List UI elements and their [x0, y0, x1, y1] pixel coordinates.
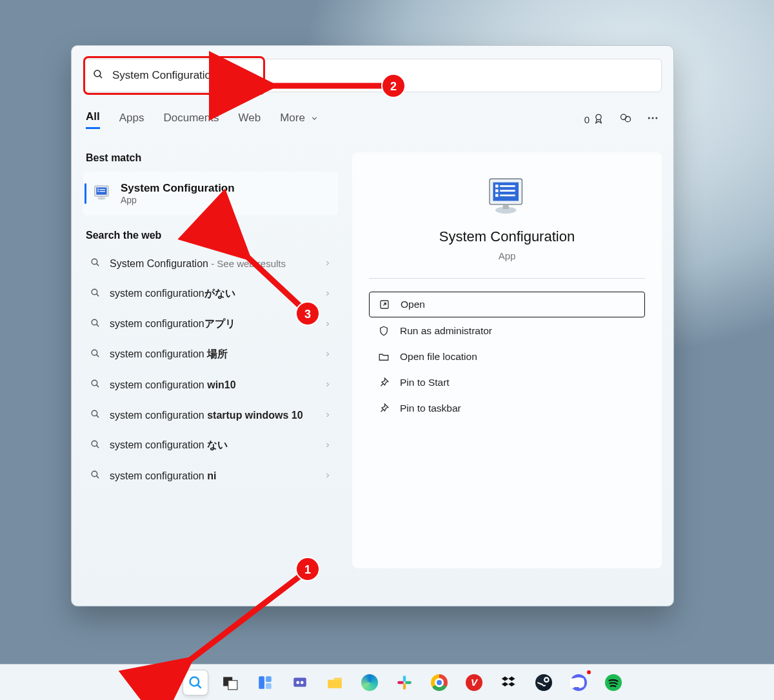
action-pin-taskbar[interactable]: Pin to taskbar: [369, 396, 645, 421]
action-run-admin[interactable]: Run as administrator: [369, 319, 645, 343]
pin-icon: [378, 403, 390, 414]
taskbar-explorer[interactable]: [322, 670, 347, 695]
action-file-location[interactable]: Open file location: [369, 345, 645, 369]
taskbar-slack[interactable]: [392, 670, 417, 695]
medal-icon: [592, 112, 605, 127]
svg-rect-10: [97, 188, 99, 190]
search-icon: [90, 287, 101, 301]
action-pin-taskbar-label: Pin to taskbar: [400, 403, 461, 414]
svg-rect-45: [161, 683, 168, 690]
taskbar-steam[interactable]: [531, 670, 556, 695]
chevron-right-icon: [324, 470, 332, 482]
svg-line-18: [97, 294, 99, 297]
taskbar: V: [0, 664, 774, 700]
chevron-right-icon: [324, 440, 332, 452]
svg-point-7: [655, 117, 657, 119]
taskbar-discord[interactable]: [566, 670, 591, 695]
detail-actions: Open Run as administrator Open file loca…: [369, 292, 645, 421]
svg-point-21: [92, 350, 97, 355]
search-flyout: All Apps Documents Web More 0: [71, 45, 674, 606]
folder-icon: [378, 351, 390, 363]
web-result-5[interactable]: system configuration startup windows 10: [83, 401, 338, 430]
svg-rect-59: [403, 683, 406, 690]
web-result-1[interactable]: system configurationがない: [83, 279, 338, 308]
rewards-counter[interactable]: 0: [584, 112, 605, 127]
sysconfig-icon-large: [484, 174, 530, 223]
tab-apps[interactable]: Apps: [119, 112, 144, 128]
svg-line-28: [97, 446, 99, 448]
best-match-item[interactable]: System Configuration App: [83, 172, 338, 215]
search-input[interactable]: [83, 59, 662, 92]
tab-more[interactable]: More: [280, 112, 318, 128]
svg-rect-37: [500, 190, 515, 192]
taskbar-chrome[interactable]: [427, 670, 452, 695]
detail-sub: App: [499, 250, 516, 261]
svg-point-55: [301, 681, 304, 684]
detail-title: System Configuration: [439, 228, 575, 245]
svg-point-62: [545, 678, 548, 681]
svg-rect-42: [154, 675, 160, 682]
chevron-right-icon: [324, 258, 332, 270]
best-match-sub: App: [121, 195, 235, 205]
svg-line-47: [197, 685, 201, 688]
svg-point-54: [296, 681, 299, 684]
web-result-3[interactable]: system configuration 場所: [83, 340, 338, 369]
best-match-heading: Best match: [86, 152, 335, 164]
web-result-0[interactable]: System Configuration - See web results: [83, 249, 338, 278]
search-icon: [90, 469, 101, 483]
taskbar-spotify[interactable]: [601, 670, 626, 695]
web-result-7[interactable]: system configuration ni: [83, 461, 338, 490]
svg-point-25: [92, 410, 97, 416]
web-result-6[interactable]: system configuration ない: [83, 431, 338, 460]
svg-rect-44: [154, 683, 160, 690]
svg-rect-40: [503, 205, 509, 209]
svg-rect-43: [161, 675, 168, 682]
svg-point-23: [92, 380, 97, 386]
svg-point-46: [190, 677, 199, 686]
action-open[interactable]: Open: [369, 292, 645, 317]
svg-point-0: [94, 70, 101, 77]
svg-point-29: [92, 471, 97, 477]
web-result-2[interactable]: system configurationアプリ: [83, 310, 338, 339]
svg-line-1: [100, 76, 102, 78]
notification-dot: [586, 669, 592, 675]
results-columns: Best match System Configuration App Sear…: [83, 152, 662, 568]
search-web-heading: Search the web: [86, 230, 335, 241]
svg-rect-51: [266, 676, 272, 682]
svg-line-16: [97, 264, 99, 266]
taskbar-edge[interactable]: [357, 670, 382, 695]
chevron-right-icon: [324, 410, 332, 421]
web-result-text: system configurationがない: [110, 287, 315, 301]
svg-rect-35: [495, 194, 499, 197]
sysconfig-icon-small: [92, 183, 112, 205]
svg-rect-58: [405, 681, 412, 683]
svg-point-6: [652, 117, 654, 119]
taskbar-chat[interactable]: [288, 670, 312, 695]
web-results-list: System Configuration - See web results s…: [83, 249, 338, 490]
action-pin-start[interactable]: Pin to Start: [369, 370, 645, 395]
action-run-admin-label: Run as administrator: [400, 325, 492, 337]
action-pin-start-label: Pin to Start: [400, 377, 450, 388]
taskbar-expressvpn[interactable]: V: [462, 670, 486, 695]
shield-icon: [378, 325, 390, 337]
tab-documents[interactable]: Documents: [163, 112, 219, 128]
svg-line-24: [97, 385, 99, 388]
web-result-4[interactable]: system configuration win10: [83, 370, 338, 399]
svg-line-22: [97, 355, 99, 357]
chevron-right-icon: [324, 349, 332, 361]
taskbar-dropbox[interactable]: [497, 670, 521, 695]
taskbar-start[interactable]: [148, 670, 173, 695]
chevron-right-icon: [324, 379, 332, 391]
tab-all[interactable]: All: [86, 110, 100, 129]
more-icon[interactable]: [646, 112, 659, 128]
taskbar-widgets[interactable]: [253, 670, 277, 695]
svg-line-26: [97, 415, 99, 418]
tab-web[interactable]: Web: [238, 112, 261, 128]
taskbar-search[interactable]: [183, 670, 208, 695]
taskbar-taskview[interactable]: [218, 670, 243, 695]
svg-line-30: [97, 476, 99, 479]
tab-more-label: More: [280, 112, 305, 124]
search-icon: [90, 378, 101, 392]
chat-icon[interactable]: [619, 112, 632, 128]
svg-point-15: [92, 259, 97, 265]
